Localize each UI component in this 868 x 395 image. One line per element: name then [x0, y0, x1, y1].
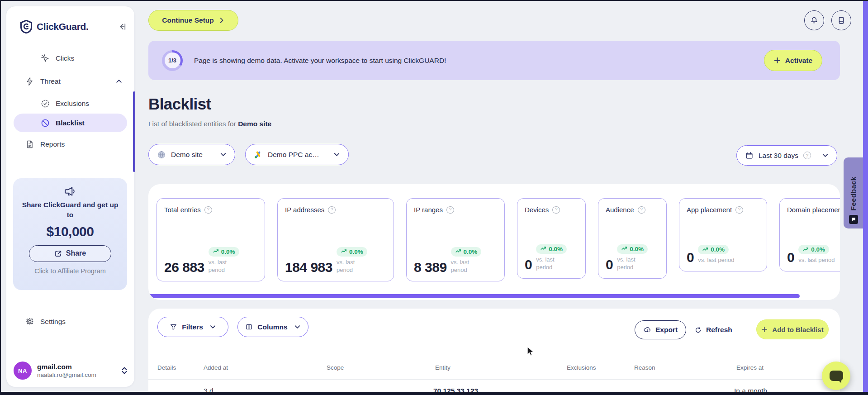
logo: ClickGuard.	[20, 20, 126, 33]
help-icon: ?	[552, 206, 560, 214]
stat-caption: vs. last period	[798, 256, 835, 264]
setup-progress-value: 1/3	[165, 52, 180, 68]
stat-value: 184 983	[285, 261, 332, 274]
date-range-selector[interactable]: Last 30 days ?	[736, 145, 837, 166]
stat-value: 0	[525, 258, 532, 271]
continue-setup-button[interactable]: Continue Setup	[148, 10, 238, 31]
chevron-down-icon	[333, 151, 340, 158]
delta-badge: 0.0%	[798, 245, 829, 254]
workspace-name: gmail.com	[37, 363, 96, 371]
col-header-exclusions[interactable]: Exclusions	[567, 364, 596, 371]
megaphone-icon	[19, 186, 122, 197]
add-to-blacklist-button[interactable]: Add to Blacklist	[756, 319, 829, 339]
stat-card-audience: Audience? 0 0.0% vs. last period	[598, 198, 667, 279]
page-scrollbar[interactable]	[863, 0, 868, 392]
select-chevrons-icon	[121, 366, 128, 375]
feedback-tab[interactable]: Feedback	[844, 157, 863, 228]
sidebar-item-label: Blacklist	[56, 119, 85, 127]
columns-label: Columns	[257, 323, 287, 331]
notifications-button[interactable]	[804, 10, 824, 30]
add-to-blacklist-label: Add to Blacklist	[772, 326, 823, 333]
collapse-sidebar-icon[interactable]	[118, 23, 126, 31]
chevron-down-icon	[822, 152, 829, 159]
refresh-icon	[694, 326, 702, 334]
sidebar-nav: Clicks Threat Exclusions	[6, 49, 134, 153]
sidebar-item-settings[interactable]: Settings	[6, 312, 134, 331]
activate-button[interactable]: Activate	[764, 50, 822, 71]
delta-badge: 0.0%	[617, 244, 648, 254]
columns-dropdown[interactable]: Columns	[237, 317, 308, 337]
filters-dropdown[interactable]: Filters	[157, 317, 228, 337]
stat-caption: vs. last period	[536, 256, 561, 271]
chevron-down-icon	[294, 324, 301, 330]
clickguard-logo-icon	[20, 20, 33, 33]
stat-card-ip-addresses: IP addresses? 184 983 0.0% vs. last peri…	[277, 198, 394, 281]
user-email: naatali.ro@gmail.com	[37, 371, 96, 378]
badge-check-icon	[41, 99, 50, 108]
stat-caption: vs. last period	[209, 258, 234, 274]
stats-horizontal-scrollbar[interactable]	[148, 294, 800, 298]
site-selector-value: Demo site	[171, 151, 203, 159]
affiliate-program-link[interactable]: Click to Affiliate Program	[19, 267, 122, 275]
brand-name: ClickGuard.	[37, 21, 89, 32]
help-icon: ?	[328, 206, 336, 214]
feedback-chat-icon	[849, 215, 858, 224]
stat-card-ip-ranges: IP ranges? 8 389 0.0% vs. last period	[406, 198, 505, 281]
setup-progress-ring: 1/3	[162, 50, 183, 71]
sidebar-item-threat[interactable]: Threat	[6, 72, 134, 90]
col-header-added-at[interactable]: Added at	[204, 364, 228, 371]
col-header-reason[interactable]: Reason	[634, 364, 655, 371]
funnel-icon	[170, 323, 177, 331]
sidebar-item-label: Threat	[40, 77, 61, 86]
ppc-account-selector[interactable]: Demo PPC ac…	[245, 144, 349, 165]
help-icon: ?	[204, 206, 212, 214]
calendar-icon	[745, 151, 754, 160]
stat-card-domain-placement: Domain placement? 0 0.0% vs. last period	[779, 198, 840, 271]
affiliate-promo-card[interactable]: Share ClickGuard and get up to $10,000 S…	[13, 178, 127, 290]
export-button[interactable]: Export	[635, 320, 686, 339]
stat-card-devices: Devices? 0 0.0% vs. last period	[517, 198, 586, 279]
sidebar-item-label: Exclusions	[56, 100, 89, 108]
docs-button[interactable]	[831, 10, 851, 30]
ban-icon	[41, 119, 50, 128]
blacklist-table-panel: Filters Columns Export Refresh	[148, 309, 840, 395]
workspace-switcher[interactable]: NA gmail.com naatali.ro@gmail.com	[14, 362, 128, 380]
sidebar-scrollbar-thumb[interactable]	[133, 91, 135, 172]
sidebar-item-reports[interactable]: Reports	[6, 135, 134, 153]
stat-title: Total entries	[164, 206, 201, 214]
google-ads-icon	[254, 150, 263, 159]
col-header-expires-at[interactable]: Expires at	[736, 364, 764, 371]
sidebar-item-blacklist[interactable]: Blacklist	[14, 114, 127, 132]
page-title: Blacklist	[148, 95, 211, 113]
activate-label: Activate	[785, 57, 812, 65]
sidebar-item-clicks[interactable]: Clicks	[6, 49, 134, 67]
col-header-details[interactable]: Details	[157, 364, 176, 371]
app-window: ClickGuard. Clicks Threat	[0, 0, 868, 395]
col-header-entity[interactable]: Entity	[435, 364, 451, 371]
sidebar-item-exclusions[interactable]: Exclusions	[6, 94, 134, 113]
delta-value: 0.0%	[811, 246, 825, 253]
refresh-button[interactable]: Refresh	[694, 320, 732, 339]
chevron-up-icon	[115, 78, 123, 85]
share-button-label: Share	[66, 249, 86, 257]
stat-value: 0	[687, 251, 694, 264]
share-button[interactable]: Share	[29, 245, 111, 262]
demo-data-banner: 1/3 Page is showing demo data. Activate …	[148, 41, 840, 80]
stat-title: Domain placement	[787, 206, 840, 214]
sidebar-item-label: Settings	[40, 318, 66, 326]
stat-card-total-entries: Total entries? 26 883 0.0% vs. last peri…	[157, 198, 265, 281]
col-header-scope[interactable]: Scope	[327, 364, 344, 371]
stat-title: Devices	[525, 206, 549, 214]
stat-value: 26 883	[164, 261, 204, 274]
stat-caption: vs. last period	[617, 256, 642, 271]
delta-value: 0.0%	[630, 246, 644, 252]
refresh-label: Refresh	[706, 326, 732, 334]
date-range-value: Last 30 days	[759, 152, 798, 160]
window-edge-left	[0, 0, 1, 395]
help-icon: ?	[735, 206, 743, 214]
chat-widget-button[interactable]	[822, 362, 850, 390]
book-icon	[837, 16, 846, 25]
site-selector[interactable]: Demo site	[148, 144, 235, 165]
stats-panel: Total entries? 26 883 0.0% vs. last peri…	[148, 184, 840, 300]
delta-badge: 0.0%	[698, 245, 729, 254]
